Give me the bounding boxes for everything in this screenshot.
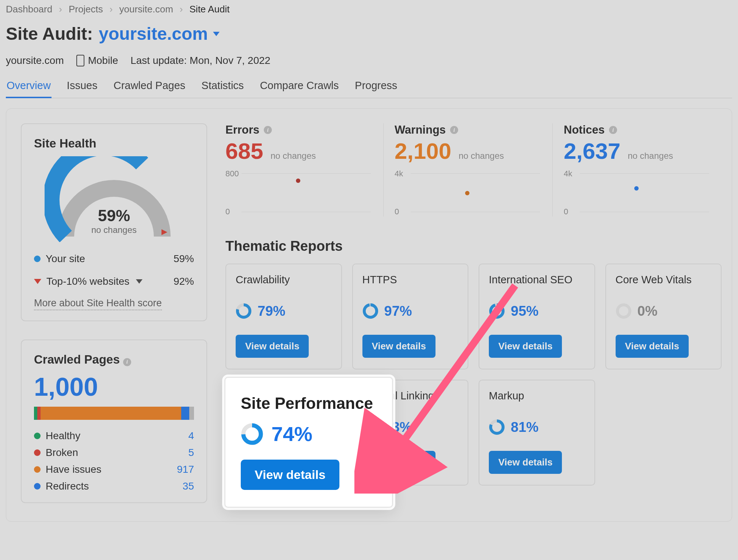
legend-your-site-pct: 59% xyxy=(174,253,194,265)
view-details-button[interactable]: View details xyxy=(489,451,562,474)
crawl-row[interactable]: Healthy 4 xyxy=(34,430,194,442)
report-card: Core Web Vitals 0% View details xyxy=(605,264,722,369)
sparkline-warnings: 4k 0 xyxy=(395,169,541,216)
report-title: Core Web Vitals xyxy=(616,274,712,302)
stack-segment xyxy=(189,407,194,420)
gauge-percent: 59% xyxy=(34,207,194,225)
view-details-button[interactable]: View details xyxy=(616,335,689,358)
stat-errors-sub: no changes xyxy=(270,151,316,161)
stack-segment xyxy=(37,407,41,420)
crawl-row-label: Healthy xyxy=(46,430,80,442)
dot-icon xyxy=(34,256,41,262)
view-details-button[interactable]: View details xyxy=(362,335,435,358)
gauge-sub: no changes xyxy=(34,225,194,235)
tab-progress[interactable]: Progress xyxy=(354,80,398,98)
chevron-down-icon xyxy=(136,279,142,284)
tabs: Overview Issues Crawled Pages Statistics… xyxy=(6,80,732,98)
tab-crawled-pages[interactable]: Crawled Pages xyxy=(113,80,186,98)
svg-point-7 xyxy=(617,305,630,317)
report-percent: 95% xyxy=(511,303,539,319)
breadcrumb-projects[interactable]: Projects xyxy=(69,4,103,15)
sparkline-notices: 4k 0 xyxy=(564,169,711,216)
meta-row: yoursite.com Mobile Last update: Mon, No… xyxy=(6,55,732,66)
mobile-icon xyxy=(76,55,84,66)
report-metric: 95% xyxy=(489,303,585,319)
card-site-health-title: Site Health xyxy=(34,137,194,150)
tab-statistics[interactable]: Statistics xyxy=(201,80,244,98)
info-icon[interactable]: i xyxy=(123,358,131,366)
info-icon[interactable]: i xyxy=(609,126,617,134)
domain-dropdown[interactable]: yoursite.com xyxy=(99,24,220,44)
dot-icon xyxy=(34,483,41,490)
stat-warnings-label: Warnings xyxy=(395,123,446,137)
tab-issues[interactable]: Issues xyxy=(66,80,98,98)
report-title: International SEO xyxy=(489,274,585,302)
chevron-down-icon xyxy=(213,32,220,36)
meta-device-label: Mobile xyxy=(88,55,118,66)
crawled-stack-bar xyxy=(34,407,194,420)
breadcrumb: Dashboard › Projects › yoursite.com › Si… xyxy=(6,4,732,15)
crawl-row[interactable]: Redirects 35 xyxy=(34,480,194,492)
chevron-right-icon: › xyxy=(59,4,62,15)
stack-segment xyxy=(34,407,37,420)
crawl-row-value: 35 xyxy=(183,480,194,492)
report-percent: 79% xyxy=(258,303,285,319)
crawled-value: 1,000 xyxy=(34,372,194,402)
legend-your-site-label: Your site xyxy=(46,253,85,265)
card-crawled-pages: Crawled Pages i 1,000 Healthy 4 Broken 5… xyxy=(21,340,207,503)
more-about-site-health-link[interactable]: More about Site Health score xyxy=(34,298,162,310)
card-site-health: Site Health 59% no changes xyxy=(21,123,207,321)
meta-domain: yoursite.com xyxy=(6,55,64,66)
crawl-row[interactable]: Have issues 917 xyxy=(34,464,194,475)
meta-device: Mobile xyxy=(76,55,118,66)
chevron-right-icon: › xyxy=(110,4,113,15)
popup-percent: 74% xyxy=(271,422,312,446)
report-card: Markup 81% View details xyxy=(479,380,595,486)
stat-errors-label: Errors xyxy=(225,123,259,137)
crawl-row[interactable]: Broken 5 xyxy=(34,447,194,459)
stat-notices: Noticesi 2,637 no changes 4k 0 xyxy=(552,123,722,216)
stat-notices-label: Notices xyxy=(564,123,605,137)
info-icon[interactable]: i xyxy=(450,126,458,134)
info-icon[interactable]: i xyxy=(264,126,272,134)
crawl-row-value: 5 xyxy=(188,447,194,459)
dot-icon xyxy=(34,449,41,456)
dot-icon xyxy=(34,433,41,439)
report-metric: 97% xyxy=(362,303,459,319)
breadcrumb-domain[interactable]: yoursite.com xyxy=(119,4,173,15)
page-title: Site Audit: xyxy=(6,24,93,44)
view-details-button[interactable]: View details xyxy=(241,460,339,490)
chevron-right-icon: › xyxy=(180,4,183,15)
view-details-button[interactable]: View details xyxy=(489,335,562,358)
thematic-reports-grid: Crawlability 79% View details HTTPS 97% … xyxy=(225,264,722,369)
progress-ring-icon xyxy=(241,423,263,445)
tab-compare-crawls[interactable]: Compare Crawls xyxy=(259,80,339,98)
sparkline-errors: 800 0 xyxy=(225,169,372,216)
stat-errors: Errorsi 685 no changes 800 0 xyxy=(225,123,383,216)
view-details-button[interactable]: View details xyxy=(236,335,309,358)
tab-overview[interactable]: Overview xyxy=(6,80,52,98)
axis-label: 4k xyxy=(564,169,572,179)
legend-your-site: Your site 59% xyxy=(34,253,194,265)
legend-top10-pct: 92% xyxy=(174,276,194,287)
axis-label: 4k xyxy=(395,169,403,179)
card-crawled-title-text: Crawled Pages xyxy=(34,353,120,366)
stat-warnings-value: 2,100 xyxy=(395,138,451,164)
report-card: Crawlability 79% View details xyxy=(225,264,342,369)
page-title-row: Site Audit: yoursite.com xyxy=(6,24,732,44)
report-percent: 97% xyxy=(384,303,412,319)
report-title: Markup xyxy=(489,390,585,418)
axis-label: 0 xyxy=(564,207,568,216)
crawl-row-label: Broken xyxy=(46,447,78,459)
axis-label: 800 xyxy=(225,169,239,179)
thematic-title: Thematic Reports xyxy=(225,238,722,254)
axis-label: 0 xyxy=(225,207,230,216)
legend-top10[interactable]: Top-10% websites 92% xyxy=(34,276,194,287)
report-title: HTTPS xyxy=(362,274,459,302)
dot-icon xyxy=(34,466,41,473)
site-health-gauge: 59% no changes xyxy=(34,156,194,242)
breadcrumb-dashboard[interactable]: Dashboard xyxy=(6,4,52,15)
crawl-row-value: 917 xyxy=(177,464,194,475)
breadcrumb-current: Site Audit xyxy=(190,4,230,15)
report-metric: 0% xyxy=(616,303,712,319)
